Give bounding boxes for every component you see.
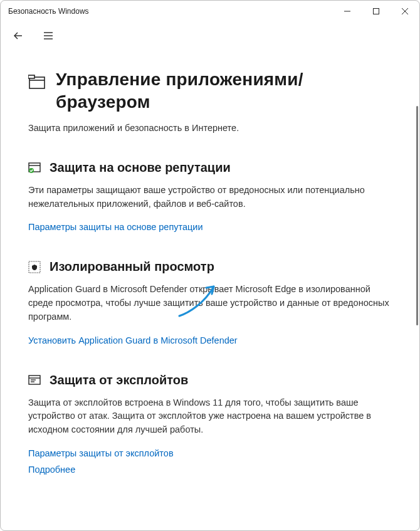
svg-point-13 — [29, 168, 34, 173]
back-button[interactable] — [6, 23, 31, 48]
page-hero: Управление приложениями/браузером — [28, 68, 392, 114]
section-isolated: Изолированный просмотр Application Guard… — [28, 260, 392, 345]
back-arrow-icon — [13, 30, 24, 41]
link-learn-more[interactable]: Подробнее — [28, 465, 392, 475]
section-desc-isolated: Application Guard в Microsoft Defender о… — [28, 283, 392, 323]
maximize-button[interactable] — [362, 1, 391, 22]
link-exploit-settings[interactable]: Параметры защиты от эксплойтов — [28, 448, 392, 458]
minimize-button[interactable] — [333, 1, 362, 22]
reputation-icon — [28, 161, 41, 174]
section-desc-exploit: Защита от эксплойтов встроена в Windows … — [28, 396, 392, 437]
titlebar[interactable]: Безопасность Windows — [1, 1, 419, 22]
minimize-icon — [344, 8, 351, 15]
menu-button[interactable] — [36, 23, 61, 48]
isolated-browsing-icon — [28, 261, 41, 273]
svg-rect-1 — [374, 9, 379, 14]
app-window: Безопасность Windows Упр — [0, 0, 420, 531]
section-desc-reputation: Эти параметры защищают ваше устройство о… — [28, 184, 392, 211]
link-install-app-guard[interactable]: Установить Application Guard в Microsoft… — [28, 335, 392, 345]
page-content: Управление приложениями/браузером Защита… — [1, 50, 419, 530]
scrollbar-thumb[interactable] — [416, 106, 418, 325]
link-reputation-settings[interactable]: Параметры защиты на основе репутации — [28, 222, 392, 232]
app-browser-control-icon — [28, 73, 46, 91]
section-title-reputation: Защита на основе репутации — [50, 160, 231, 175]
section-title-exploit: Защита от эксплойтов — [50, 373, 188, 387]
toolbar — [1, 22, 419, 50]
svg-rect-10 — [28, 75, 34, 78]
section-exploit: Защита от эксплойтов Защита от эксплойто… — [28, 373, 392, 475]
maximize-icon — [372, 8, 380, 15]
section-title-isolated: Изолированный просмотр — [50, 260, 214, 274]
close-button[interactable] — [391, 1, 419, 22]
window-title: Безопасность Windows — [8, 7, 89, 16]
page-subtitle: Защита приложений и безопасность в Интер… — [28, 123, 392, 133]
exploit-protection-icon — [28, 374, 41, 386]
close-icon — [401, 8, 409, 15]
page-title: Управление приложениями/браузером — [56, 68, 392, 114]
section-reputation: Защита на основе репутации Эти параметры… — [28, 160, 392, 233]
hamburger-icon — [43, 30, 54, 41]
